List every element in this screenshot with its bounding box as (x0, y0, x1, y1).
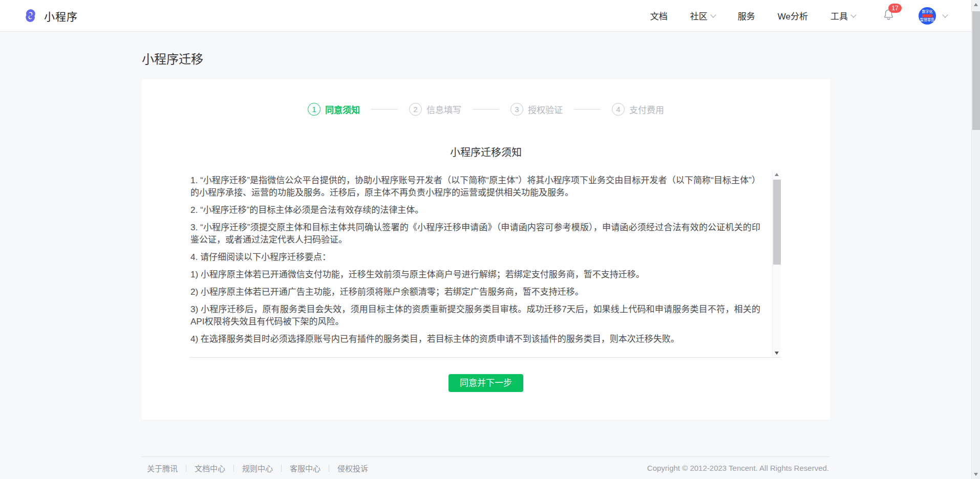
page-title: 小程序迁移 (142, 49, 830, 67)
footer-separator (186, 465, 186, 472)
footer-link-support-center[interactable]: 客服中心 (290, 463, 321, 473)
copyright-text: Copyright © 2012-2023 Tencent. All Right… (647, 464, 829, 472)
notice-title: 小程序迁移须知 (142, 144, 830, 159)
nav-item-label: 社区 (690, 9, 708, 22)
step-number: 1 (308, 103, 321, 116)
action-row: 同意并下一步 (142, 374, 830, 392)
terms-scrollbar[interactable] (772, 170, 781, 357)
footer-link-infringement-complaint[interactable]: 侵权投诉 (337, 463, 368, 473)
migration-stepper: 1 同意须知 2 信息填写 3 授权验证 4 支付费用 (142, 103, 830, 116)
step-connector (473, 109, 499, 110)
avatar-text-top: 数字化 (922, 10, 933, 14)
terms-paragraph: 1. “小程序迁移”是指微信公众平台提供的，协助小程序账号开发者（以下简称“原主… (190, 175, 760, 199)
avatar-text-bottom: 智慧零售 (920, 18, 934, 22)
step-number: 3 (510, 103, 523, 116)
nav-item-community[interactable]: 社区 (690, 9, 715, 22)
step-connector (574, 109, 601, 110)
step-2-fill-info: 2 信息填写 (409, 103, 461, 116)
terms-text: 1. “小程序迁移”是指微信公众平台提供的，协助小程序账号开发者（以下简称“原主… (189, 170, 781, 357)
terms-scroll-area[interactable]: 1. “小程序迁移”是指微信公众平台提供的，协助小程序账号开发者（以下简称“原主… (189, 170, 781, 358)
account-avatar[interactable]: 数字化 智慧零售 (919, 7, 936, 25)
step-number: 2 (409, 103, 422, 116)
notification-badge: 17 (888, 4, 902, 13)
terms-paragraph: 1) 小程序原主体若已开通微信支付功能，迁移生效前须与原主体商户号进行解绑；若绑… (190, 269, 760, 281)
terms-paragraph: 3) 小程序迁移后，原有服务类目会失效，须用目标主体的资质重新提交服务类目审核。… (190, 303, 760, 328)
terms-paragraph: 3. “小程序迁移”须提交原主体和目标主体共同确认签署的《小程序迁移申请函》（申… (190, 222, 760, 246)
nav-menu: 文档 社区 服务 We分析 工具 (650, 9, 856, 22)
scroll-up-arrow-icon[interactable] (775, 173, 779, 176)
scroll-down-arrow-icon[interactable] (775, 352, 779, 355)
account-menu-chevron-icon[interactable] (942, 12, 948, 17)
nav-item-services[interactable]: 服务 (738, 9, 755, 22)
nav-item-docs[interactable]: 文档 (650, 9, 668, 22)
footer-separator (329, 465, 329, 472)
page-footer: 关于腾讯 文档中心 规则中心 客服中心 侵权投诉 Copyright © 201… (142, 456, 830, 479)
top-navbar: 小程序 文档 社区 服务 We分析 工具 17 数字化 (0, 0, 980, 32)
nav-item-label: We分析 (778, 9, 808, 22)
footer-link-doc-center[interactable]: 文档中心 (195, 463, 225, 473)
scroll-down-arrow-icon[interactable] (974, 473, 978, 476)
migration-card: 1 同意须知 2 信息填写 3 授权验证 4 支付费用 小程序迁移须知 1. “… (142, 79, 830, 420)
terms-paragraph: 2) 小程序原主体若已开通广告主功能，迁移前须将账户余额清零；若绑定广告服务商，… (190, 286, 760, 298)
avatar-red-banner (922, 14, 932, 17)
step-label: 信息填写 (427, 103, 461, 116)
agree-next-button[interactable]: 同意并下一步 (449, 374, 523, 392)
nav-item-label: 文档 (650, 9, 668, 22)
step-label: 同意须知 (325, 103, 360, 116)
step-connector (371, 109, 398, 110)
main-content: 小程序迁移 1 同意须知 2 信息填写 3 授权验证 4 支付费用 小程序迁移 (142, 49, 830, 420)
footer-separator (281, 465, 282, 472)
terms-paragraph: 4. 请仔细阅读以下小程序迁移要点： (190, 251, 760, 264)
footer-separator (233, 465, 234, 472)
notification-bell[interactable]: 17 (882, 8, 895, 23)
step-1-agree-notice: 1 同意须知 (308, 103, 360, 116)
miniprogram-logo-icon (23, 8, 38, 24)
step-4-pay-fee: 4 支付费用 (612, 103, 664, 116)
terms-paragraph: 2. “小程序迁移”的目标主体必须是合法有效存续的法律主体。 (190, 204, 760, 216)
logo[interactable]: 小程序 (23, 8, 78, 24)
step-3-auth-verify: 3 授权验证 (510, 103, 563, 116)
logo-text: 小程序 (44, 8, 78, 24)
footer-link-about-tencent[interactable]: 关于腾讯 (147, 463, 178, 473)
footer-links: 关于腾讯 文档中心 规则中心 客服中心 侵权投诉 (147, 463, 368, 473)
nav-item-we-analytics[interactable]: We分析 (778, 9, 808, 22)
chevron-down-icon (710, 12, 716, 17)
terms-paragraph: 4) 在选择服务类目时必须选择原账号内已有插件的服务类目，若目标主体的资质申请不… (190, 333, 760, 345)
step-number: 4 (612, 103, 625, 116)
nav-item-tools[interactable]: 工具 (830, 9, 856, 22)
step-label: 授权验证 (528, 103, 563, 116)
nav-item-label: 工具 (830, 9, 848, 22)
chevron-down-icon (850, 12, 856, 17)
nav-item-label: 服务 (738, 9, 755, 22)
scroll-up-arrow-icon[interactable] (974, 3, 978, 6)
step-label: 支付费用 (629, 103, 664, 116)
page-scrollbar[interactable] (971, 0, 980, 479)
footer-link-rules-center[interactable]: 规则中心 (242, 463, 273, 473)
page-scrollbar-thumb[interactable] (972, 11, 980, 130)
terms-scrollbar-thumb[interactable] (773, 180, 781, 265)
